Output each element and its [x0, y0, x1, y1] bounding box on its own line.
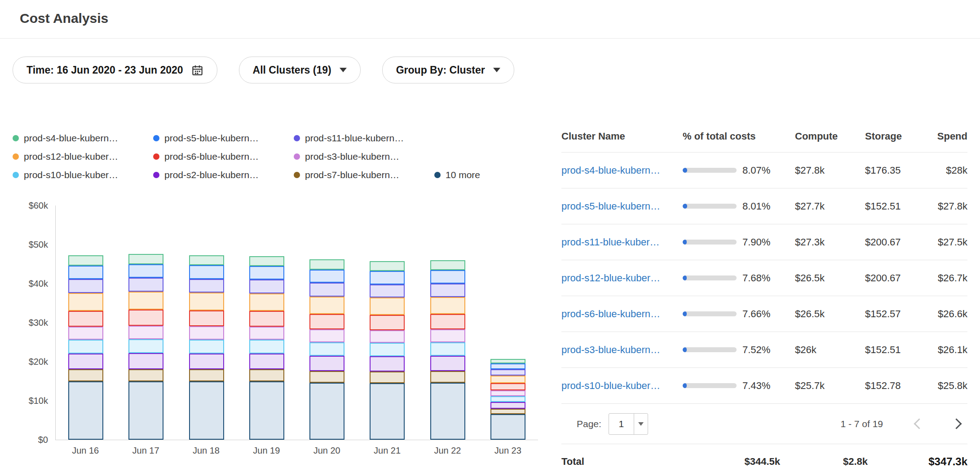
bar-segment[interactable] [189, 354, 224, 369]
bar-segment[interactable] [68, 311, 103, 327]
bar-segment[interactable] [370, 315, 405, 330]
bar-segment[interactable] [490, 376, 525, 383]
bar-segment[interactable] [490, 359, 525, 363]
bar-segment[interactable] [309, 297, 344, 314]
bar-segment[interactable] [249, 266, 284, 280]
bar-segment[interactable] [370, 297, 405, 315]
bar-segment[interactable] [430, 260, 465, 270]
bar-segment[interactable] [430, 342, 465, 356]
bar-segment[interactable] [128, 326, 163, 339]
bar-segment[interactable] [189, 340, 224, 353]
bar-segment[interactable] [189, 310, 224, 326]
bar-segment[interactable] [249, 327, 284, 340]
bar-segment[interactable] [370, 383, 405, 440]
stacked-bar[interactable] [68, 255, 103, 440]
bar-segment[interactable] [370, 343, 405, 356]
bar-segment[interactable] [128, 292, 163, 310]
bar-segment[interactable] [490, 383, 525, 390]
bar-segment[interactable] [370, 284, 405, 298]
next-page-button[interactable] [949, 416, 964, 431]
bar-segment[interactable] [370, 356, 405, 371]
clusters-filter[interactable]: All Clusters (19) [239, 57, 361, 83]
bar-segment[interactable] [309, 342, 344, 356]
bar-segment[interactable] [309, 383, 344, 440]
cluster-name-link[interactable]: prod-s11-blue-kuber… [561, 236, 683, 248]
bar-segment[interactable] [68, 369, 103, 381]
stacked-bar[interactable] [490, 359, 525, 440]
bar-segment[interactable] [430, 371, 465, 383]
stacked-bar[interactable] [189, 255, 224, 440]
bar-segment[interactable] [430, 329, 465, 343]
bar-segment[interactable] [249, 256, 284, 266]
bar-segment[interactable] [309, 329, 344, 343]
bar-segment[interactable] [189, 293, 224, 310]
cluster-name-link[interactable]: prod-s3-blue-kubern… [561, 344, 683, 356]
bar-segment[interactable] [128, 310, 163, 326]
bar-segment[interactable] [490, 390, 525, 396]
bar-segment[interactable] [430, 297, 465, 314]
cluster-name-link[interactable]: prod-s10-blue-kuber… [561, 380, 683, 392]
cluster-name-link[interactable]: prod-s5-blue-kubern… [561, 201, 683, 212]
cluster-name-link[interactable]: prod-s12-blue-kuber… [561, 272, 683, 284]
cluster-name-link[interactable]: prod-s4-blue-kubern… [561, 165, 683, 176]
bar-segment[interactable] [490, 414, 525, 440]
bar-segment[interactable] [68, 354, 103, 369]
bar-segment[interactable] [490, 363, 525, 369]
bar-segment[interactable] [249, 340, 284, 353]
bar-segment[interactable] [249, 381, 284, 440]
bar-segment[interactable] [430, 270, 465, 284]
bar-segment[interactable] [128, 264, 163, 278]
bar-segment[interactable] [128, 278, 163, 292]
stacked-bar[interactable] [128, 254, 163, 440]
bar-segment[interactable] [189, 279, 224, 293]
bar-segment[interactable] [68, 279, 103, 293]
bar-segment[interactable] [128, 353, 163, 369]
page-select[interactable]: 1 [609, 413, 648, 435]
bar-segment[interactable] [430, 314, 465, 329]
bar-segment[interactable] [128, 381, 163, 440]
cluster-name-link[interactable]: prod-s6-blue-kubern… [561, 308, 683, 320]
bar-segment[interactable] [128, 339, 163, 353]
bar-segment[interactable] [430, 356, 465, 371]
stacked-bar[interactable] [249, 256, 284, 440]
bar-segment[interactable] [430, 284, 465, 297]
bar-segment[interactable] [309, 314, 344, 329]
bar-segment[interactable] [490, 409, 525, 414]
bar-segment[interactable] [309, 371, 344, 383]
bar-segment[interactable] [68, 381, 103, 440]
stacked-bar[interactable] [309, 259, 344, 440]
bar-segment[interactable] [490, 369, 525, 375]
bar-segment[interactable] [189, 381, 224, 440]
bar-segment[interactable] [309, 270, 344, 283]
bar-segment[interactable] [309, 259, 344, 270]
bar-segment[interactable] [68, 255, 103, 266]
bar-segment[interactable] [309, 356, 344, 371]
bar-segment[interactable] [309, 283, 344, 296]
bar-segment[interactable] [490, 396, 525, 402]
bar-segment[interactable] [68, 266, 103, 279]
time-range-filter[interactable]: Time: 16 Jun 2020 - 23 Jun 2020 [13, 57, 217, 83]
group-by-filter[interactable]: Group By: Cluster [382, 57, 514, 83]
bar-segment[interactable] [68, 340, 103, 353]
bar-segment[interactable] [370, 271, 405, 284]
bar-segment[interactable] [128, 254, 163, 264]
bar-segment[interactable] [128, 369, 163, 381]
prev-page-button[interactable] [912, 416, 927, 431]
bar-segment[interactable] [249, 293, 284, 311]
bar-segment[interactable] [68, 327, 103, 340]
bar-segment[interactable] [370, 330, 405, 343]
bar-segment[interactable] [249, 311, 284, 327]
bar-segment[interactable] [189, 255, 224, 266]
bar-segment[interactable] [189, 265, 224, 279]
bar-segment[interactable] [189, 369, 224, 381]
stacked-bar[interactable] [430, 260, 465, 440]
bar-segment[interactable] [249, 280, 284, 293]
bar-segment[interactable] [189, 326, 224, 340]
bar-segment[interactable] [370, 261, 405, 271]
bar-segment[interactable] [249, 369, 284, 381]
bar-segment[interactable] [490, 402, 525, 409]
stacked-bar[interactable] [370, 261, 405, 440]
bar-segment[interactable] [249, 354, 284, 369]
bar-segment[interactable] [430, 383, 465, 440]
bar-segment[interactable] [370, 371, 405, 383]
